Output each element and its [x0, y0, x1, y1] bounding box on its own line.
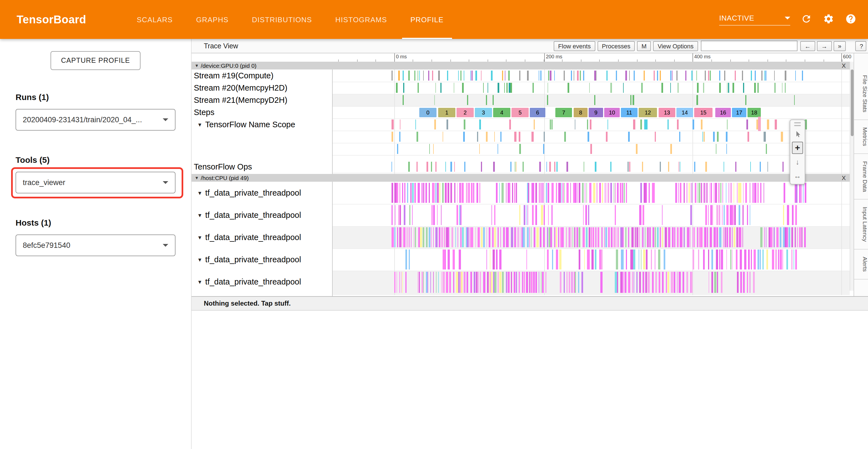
trace-event[interactable] [625, 70, 627, 81]
trace-event[interactable] [622, 183, 623, 203]
step-block-0[interactable]: 0 [419, 108, 436, 117]
step-block-1[interactable]: 1 [438, 108, 455, 117]
trace-event[interactable] [435, 83, 436, 93]
trace-event[interactable] [392, 70, 393, 81]
trace-event[interactable] [493, 162, 495, 172]
trace-event[interactable] [425, 183, 427, 203]
trace-event[interactable] [427, 162, 428, 172]
trace-event[interactable] [445, 183, 446, 203]
trace-event[interactable] [417, 70, 418, 81]
trace-event[interactable] [499, 183, 500, 203]
trace-event[interactable] [422, 183, 423, 203]
trace-event[interactable] [758, 249, 759, 270]
trace-event[interactable] [442, 132, 443, 142]
trace-event[interactable] [722, 205, 723, 225]
trace-event[interactable] [433, 205, 435, 225]
trace-event[interactable] [596, 70, 597, 81]
trace-event[interactable] [642, 205, 644, 225]
trace-event[interactable] [499, 249, 501, 270]
trace-event[interactable] [501, 132, 502, 142]
trace-event[interactable] [726, 144, 727, 154]
timing-tool-button[interactable]: ↔ [792, 170, 803, 182]
trace-event[interactable] [542, 183, 542, 203]
trace-event[interactable] [670, 144, 672, 154]
trace-event[interactable] [588, 132, 589, 142]
trace-event[interactable] [743, 183, 744, 203]
trace-event[interactable] [708, 205, 709, 225]
trace-event[interactable] [717, 132, 719, 142]
trace-event[interactable] [747, 205, 748, 225]
trace-event[interactable] [550, 119, 551, 129]
trace-event[interactable] [785, 83, 786, 93]
cpu-row-label-0[interactable]: ▾tf_data_private_threadpool [192, 182, 332, 204]
trace-event[interactable] [620, 183, 622, 203]
trace-event[interactable] [795, 249, 797, 270]
trace-event[interactable] [586, 183, 587, 203]
trace-event[interactable] [590, 119, 592, 129]
select-tool-button[interactable] [792, 128, 803, 140]
step-block-6[interactable]: 6 [530, 108, 545, 117]
trace-event[interactable] [546, 183, 547, 203]
trace-event[interactable] [462, 183, 464, 203]
trace-event[interactable] [564, 183, 565, 203]
trace-event[interactable] [446, 183, 447, 203]
trace-event[interactable] [703, 183, 704, 203]
trace-event[interactable] [754, 70, 756, 81]
trace-event[interactable] [616, 249, 618, 270]
trace-event[interactable] [606, 132, 607, 142]
trace-event[interactable] [404, 205, 405, 225]
trace-event[interactable] [589, 183, 591, 203]
trace-event[interactable] [585, 205, 587, 225]
trace-event[interactable] [676, 70, 677, 81]
trace-event[interactable] [767, 249, 768, 270]
row-label-steps[interactable]: Steps [192, 106, 332, 118]
trace-event[interactable] [760, 162, 761, 172]
trace-event[interactable] [575, 119, 576, 129]
trace-event[interactable] [713, 132, 715, 142]
trace-event[interactable] [725, 183, 726, 203]
trace-event[interactable] [570, 183, 571, 203]
trace-event[interactable] [783, 205, 784, 225]
trace-event[interactable] [419, 70, 420, 81]
trace-event[interactable] [556, 162, 558, 172]
step-block-16[interactable]: 16 [715, 108, 731, 117]
step-block-7[interactable]: 7 [555, 108, 572, 117]
trace-event[interactable] [605, 183, 606, 203]
trace-event[interactable] [646, 119, 648, 129]
trace-event[interactable] [723, 205, 724, 225]
trace-event[interactable] [460, 205, 462, 225]
trace-event[interactable] [628, 162, 629, 172]
trace-event[interactable] [699, 183, 700, 203]
trace-event[interactable] [516, 183, 517, 203]
trace-event[interactable] [564, 132, 566, 142]
trace-event[interactable] [535, 205, 537, 225]
trace-event[interactable] [584, 249, 585, 270]
trace-event[interactable] [488, 83, 488, 93]
trace-event[interactable] [493, 249, 495, 270]
trace-event[interactable] [403, 83, 405, 93]
side-tab-frame-data[interactable]: Frame Data [854, 154, 868, 200]
trace-event[interactable] [575, 183, 577, 203]
trace-event[interactable] [567, 83, 569, 93]
trace-event[interactable] [643, 249, 645, 270]
trace-event[interactable] [646, 183, 647, 203]
trace-event[interactable] [799, 183, 801, 203]
trace-event[interactable] [470, 70, 471, 81]
trace-event[interactable] [782, 249, 783, 270]
trace-event[interactable] [686, 183, 687, 203]
trace-event[interactable] [750, 162, 751, 172]
trace-event[interactable] [431, 162, 432, 172]
trace-event[interactable] [787, 205, 789, 225]
trace-event[interactable] [791, 249, 793, 270]
trace-event[interactable] [767, 119, 769, 129]
trace-event[interactable] [399, 132, 401, 142]
trace-event[interactable] [646, 249, 648, 270]
trace-event[interactable] [397, 144, 398, 154]
trace-event[interactable] [763, 249, 764, 270]
trace-event[interactable] [519, 205, 521, 225]
tab-histograms[interactable]: HISTOGRAMS [324, 0, 399, 39]
trace-event[interactable] [678, 83, 679, 93]
step-block-12[interactable]: 12 [639, 108, 657, 117]
trace-event[interactable] [636, 144, 638, 154]
trace-event[interactable] [438, 70, 440, 81]
